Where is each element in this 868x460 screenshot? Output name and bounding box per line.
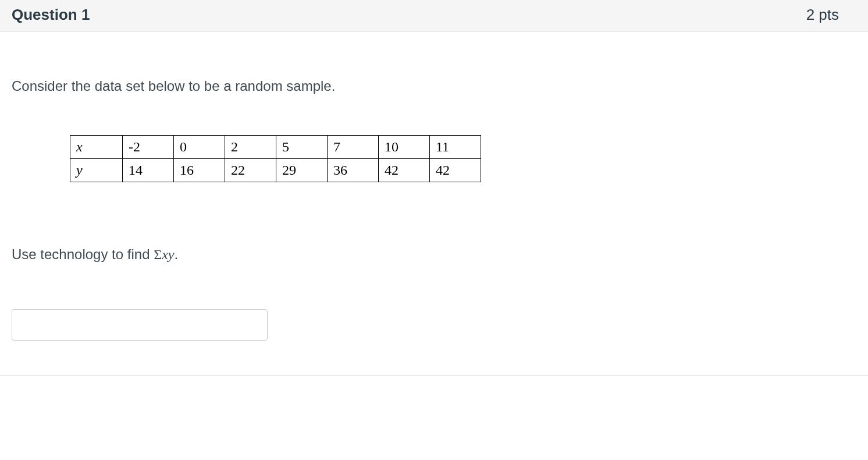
table-cell: 5 [276, 136, 328, 159]
question-title: Question 1 [12, 6, 90, 24]
answer-input[interactable] [12, 309, 268, 341]
table-cell: 22 [225, 159, 276, 182]
row-label-x: x [70, 136, 123, 159]
instruction-prefix: Use technology to find [12, 246, 154, 262]
table-cell: 10 [379, 136, 430, 159]
prompt-text: Consider the data set below to be a rand… [12, 78, 856, 94]
question-points: 2 pts [806, 6, 856, 24]
table-cell: 36 [328, 159, 379, 182]
table-cell: 0 [174, 136, 225, 159]
row-label-y: y [70, 159, 123, 182]
table-cell: -2 [123, 136, 174, 159]
table-cell: 7 [328, 136, 379, 159]
xy-variable: xy [162, 247, 174, 262]
table-cell: 29 [276, 159, 328, 182]
question-header: Question 1 2 pts [0, 0, 868, 31]
table-cell: 16 [174, 159, 225, 182]
table-cell: 11 [430, 136, 481, 159]
period: . [174, 246, 178, 262]
table-row: y 14 16 22 29 36 42 42 [70, 159, 481, 182]
data-table: x -2 0 2 5 7 10 11 y 14 16 22 29 36 42 4… [70, 135, 481, 182]
question-container: Question 1 2 pts Consider the data set b… [0, 0, 868, 376]
question-body: Consider the data set below to be a rand… [0, 31, 868, 376]
sigma-symbol: Σ [154, 247, 162, 262]
table-cell: 42 [430, 159, 481, 182]
table-cell: 14 [123, 159, 174, 182]
instruction-text: Use technology to find Σxy. [12, 246, 856, 263]
table-cell: 42 [379, 159, 430, 182]
table-cell: 2 [225, 136, 276, 159]
table-row: x -2 0 2 5 7 10 11 [70, 136, 481, 159]
